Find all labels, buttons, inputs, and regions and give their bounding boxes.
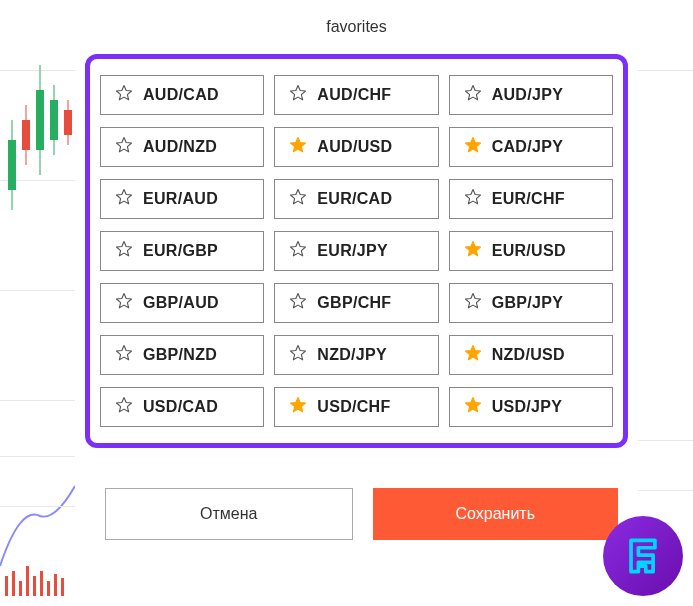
star-outline-icon[interactable] bbox=[464, 84, 482, 106]
star-outline-icon[interactable] bbox=[464, 292, 482, 314]
star-outline-icon[interactable] bbox=[115, 188, 133, 210]
pair-button[interactable]: USD/CAD bbox=[100, 387, 264, 427]
pair-button[interactable]: EUR/CHF bbox=[449, 179, 613, 219]
pair-button[interactable]: NZD/JPY bbox=[274, 335, 438, 375]
pair-label: GBP/JPY bbox=[492, 294, 563, 312]
pair-label: USD/CAD bbox=[143, 398, 218, 416]
pair-button[interactable]: EUR/CAD bbox=[274, 179, 438, 219]
pair-button[interactable]: EUR/USD bbox=[449, 231, 613, 271]
svg-rect-6 bbox=[47, 581, 50, 596]
pair-label: EUR/USD bbox=[492, 242, 566, 260]
pair-button[interactable]: EUR/GBP bbox=[100, 231, 264, 271]
pair-button[interactable]: AUD/JPY bbox=[449, 75, 613, 115]
pair-label: AUD/NZD bbox=[143, 138, 217, 156]
star-outline-icon[interactable] bbox=[289, 292, 307, 314]
star-outline-icon[interactable] bbox=[115, 136, 133, 158]
pair-label: EUR/AUD bbox=[143, 190, 218, 208]
pair-button[interactable]: AUD/NZD bbox=[100, 127, 264, 167]
favorites-grid: AUD/CAD AUD/CHF AUD/JPY AUD/NZD AUD/USD … bbox=[85, 54, 628, 448]
svg-rect-1 bbox=[12, 571, 15, 596]
pair-label: EUR/GBP bbox=[143, 242, 218, 260]
pair-button[interactable]: NZD/USD bbox=[449, 335, 613, 375]
pair-label: USD/CHF bbox=[317, 398, 390, 416]
svg-rect-5 bbox=[40, 571, 43, 596]
pair-button[interactable]: GBP/AUD bbox=[100, 283, 264, 323]
svg-rect-2 bbox=[19, 581, 22, 596]
star-filled-icon[interactable] bbox=[464, 136, 482, 158]
cancel-button[interactable]: Отмена bbox=[105, 488, 353, 540]
star-outline-icon[interactable] bbox=[464, 188, 482, 210]
pair-label: NZD/JPY bbox=[317, 346, 387, 364]
star-filled-icon[interactable] bbox=[289, 136, 307, 158]
pair-button[interactable]: GBP/CHF bbox=[274, 283, 438, 323]
star-outline-icon[interactable] bbox=[115, 396, 133, 418]
pair-label: USD/JPY bbox=[492, 398, 563, 416]
pair-button[interactable]: USD/JPY bbox=[449, 387, 613, 427]
modal-buttons: Отмена Сохранить bbox=[85, 488, 628, 540]
star-outline-icon[interactable] bbox=[289, 188, 307, 210]
pair-label: AUD/USD bbox=[317, 138, 392, 156]
pair-label: EUR/JPY bbox=[317, 242, 388, 260]
pair-button[interactable]: EUR/JPY bbox=[274, 231, 438, 271]
svg-rect-0 bbox=[5, 576, 8, 596]
star-outline-icon[interactable] bbox=[289, 240, 307, 262]
star-outline-icon[interactable] bbox=[115, 344, 133, 366]
star-outline-icon[interactable] bbox=[115, 292, 133, 314]
pair-label: GBP/AUD bbox=[143, 294, 219, 312]
star-filled-icon[interactable] bbox=[464, 396, 482, 418]
pair-button[interactable]: CAD/JPY bbox=[449, 127, 613, 167]
pair-label: GBP/CHF bbox=[317, 294, 391, 312]
star-filled-icon[interactable] bbox=[464, 240, 482, 262]
pair-label: EUR/CHF bbox=[492, 190, 565, 208]
pair-label: AUD/JPY bbox=[492, 86, 563, 104]
star-outline-icon[interactable] bbox=[289, 84, 307, 106]
pair-label: AUD/CAD bbox=[143, 86, 219, 104]
background-indicator-chart bbox=[0, 436, 75, 606]
favorites-modal: favorites AUD/CAD AUD/CHF AUD/JPY AUD/NZ… bbox=[75, 0, 638, 606]
pair-button[interactable]: GBP/JPY bbox=[449, 283, 613, 323]
modal-title: favorites bbox=[85, 18, 628, 36]
star-outline-icon[interactable] bbox=[289, 344, 307, 366]
star-filled-icon[interactable] bbox=[464, 344, 482, 366]
pair-label: NZD/USD bbox=[492, 346, 565, 364]
brand-badge[interactable] bbox=[603, 516, 683, 596]
pair-button[interactable]: GBP/NZD bbox=[100, 335, 264, 375]
svg-rect-4 bbox=[33, 576, 36, 596]
background-chart-right bbox=[638, 0, 693, 606]
pair-button[interactable]: USD/CHF bbox=[274, 387, 438, 427]
pair-label: EUR/CAD bbox=[317, 190, 392, 208]
svg-rect-8 bbox=[61, 578, 64, 596]
star-outline-icon[interactable] bbox=[115, 84, 133, 106]
brand-logo-icon bbox=[620, 533, 666, 579]
pair-button[interactable]: AUD/CHF bbox=[274, 75, 438, 115]
pair-button[interactable]: EUR/AUD bbox=[100, 179, 264, 219]
pair-button[interactable]: AUD/USD bbox=[274, 127, 438, 167]
svg-rect-3 bbox=[26, 566, 29, 596]
pair-button[interactable]: AUD/CAD bbox=[100, 75, 264, 115]
svg-rect-7 bbox=[54, 574, 57, 596]
save-button[interactable]: Сохранить bbox=[373, 488, 619, 540]
pair-label: AUD/CHF bbox=[317, 86, 391, 104]
star-filled-icon[interactable] bbox=[289, 396, 307, 418]
pair-label: GBP/NZD bbox=[143, 346, 217, 364]
star-outline-icon[interactable] bbox=[115, 240, 133, 262]
pair-label: CAD/JPY bbox=[492, 138, 563, 156]
